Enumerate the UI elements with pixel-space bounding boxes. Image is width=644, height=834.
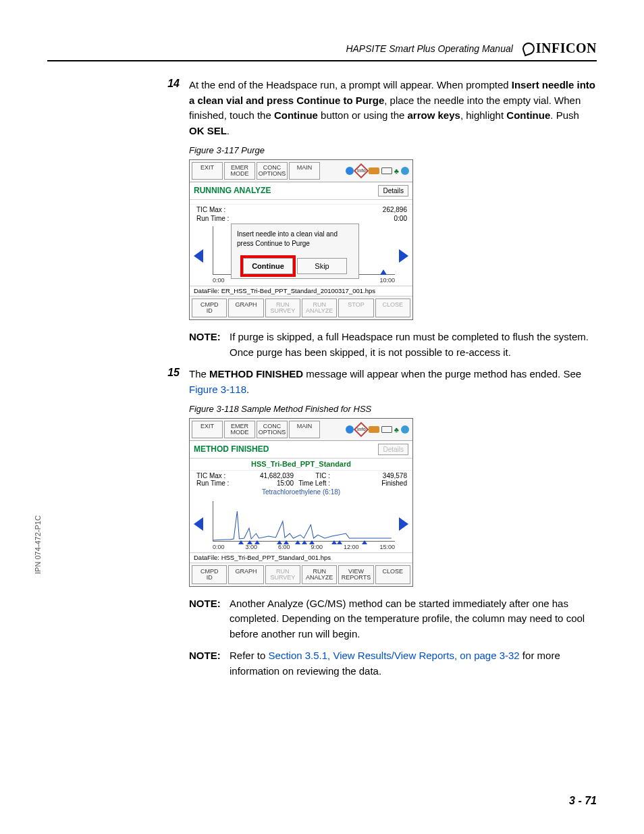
tic-max-value: 262,896 bbox=[383, 206, 407, 213]
note-label: NOTE: bbox=[189, 596, 224, 642]
tic-max-label: TIC Max : bbox=[196, 206, 225, 213]
figure-link[interactable]: Figure 3-118 bbox=[189, 384, 246, 395]
prev-arrow-icon[interactable] bbox=[194, 249, 203, 263]
tic-label: TIC : bbox=[296, 472, 330, 479]
mail-icon[interactable] bbox=[369, 426, 379, 433]
logo-swirl-icon bbox=[520, 41, 536, 56]
header-title: HAPSITE Smart Plus Operating Manual bbox=[346, 43, 512, 54]
fig117-screenshot: EXIT EMER MODE CONC OPTIONS MAIN info ♣ … bbox=[189, 159, 413, 320]
status-text: RUNNING ANALYZE bbox=[194, 186, 271, 195]
marker-row bbox=[213, 539, 395, 544]
text-bold: METHOD FINISHED bbox=[209, 368, 303, 380]
battery-icon bbox=[381, 167, 392, 174]
stop-button: STOP bbox=[338, 298, 373, 317]
info-diamond-icon[interactable]: info bbox=[353, 163, 369, 179]
chart-area: 0:00 10:00 Insert needle into a clean vi… bbox=[194, 224, 408, 286]
tree-icon: ♣ bbox=[394, 167, 399, 175]
note-purge-skip: NOTE: If purge is skipped, a full Headsp… bbox=[189, 330, 597, 360]
step-14: 14 At the end of the Headspace run, a pr… bbox=[163, 78, 597, 138]
text-bold: Continue bbox=[506, 109, 550, 121]
help-icon[interactable] bbox=[346, 425, 354, 434]
conc-options-button[interactable]: CONC OPTIONS bbox=[257, 421, 288, 438]
fig117-caption: Figure 3-117 Purge bbox=[189, 145, 597, 155]
details-button: Details bbox=[378, 444, 408, 455]
run-analyze-button[interactable]: RUN ANALYZE bbox=[302, 565, 337, 584]
run-analyze-button: RUN ANALYZE bbox=[302, 298, 337, 317]
tic-row: TIC Max : 262,896 bbox=[190, 205, 412, 213]
status-text: METHOD FINISHED bbox=[194, 445, 269, 454]
step-number: 14 bbox=[163, 78, 180, 138]
x-tick: 0:00 bbox=[213, 278, 225, 284]
tic-max-value: 41,682,039 bbox=[240, 472, 294, 479]
runtime-row: Run Time : 15:00 Time Left : Finished bbox=[190, 479, 412, 487]
note-analyze-restart: NOTE: Another Analyze (GC/MS) method can… bbox=[189, 596, 597, 642]
fig118-topbar: EXIT EMER MODE CONC OPTIONS MAIN info ♣ bbox=[190, 419, 412, 441]
info-diamond-icon[interactable]: info bbox=[353, 422, 369, 438]
runtime-label: Run Time : bbox=[196, 479, 237, 487]
method-name: HSS_Tri-Bed_PPT_Standard bbox=[190, 459, 412, 470]
close-button[interactable]: CLOSE bbox=[375, 565, 410, 584]
globe-icon[interactable] bbox=[401, 425, 409, 434]
timeleft-label: Time Left : bbox=[296, 479, 330, 487]
emer-mode-button[interactable]: EMER MODE bbox=[224, 421, 255, 438]
continue-button[interactable]: Continue bbox=[243, 258, 293, 274]
tic-row: TIC Max : 41,682,039 TIC : 349,578 bbox=[190, 471, 412, 479]
fig118-screenshot: EXIT EMER MODE CONC OPTIONS MAIN info ♣ … bbox=[189, 418, 413, 587]
x-tick: 6:00 bbox=[278, 544, 290, 551]
brand-logo: INFICON bbox=[522, 41, 597, 56]
fig118-bottom-bar: CMPD ID GRAPH RUN SURVEY RUN ANALYZE VIE… bbox=[190, 563, 412, 586]
step-15: 15 The METHOD FINISHED message will appe… bbox=[163, 367, 597, 397]
step-body: At the end of the Headspace run, a promp… bbox=[189, 78, 597, 138]
text: . bbox=[246, 384, 249, 395]
cmpd-id-button[interactable]: CMPD ID bbox=[192, 298, 227, 317]
view-reports-button[interactable]: VIEW REPORTS bbox=[338, 565, 373, 584]
compound-label: Tetrachloroethylene (6:18) bbox=[190, 487, 412, 497]
section-link[interactable]: Section 3.5.1, View Results/View Reports… bbox=[269, 650, 520, 661]
status-row: METHOD FINISHED Details bbox=[190, 441, 412, 459]
graph-button[interactable]: GRAPH bbox=[228, 298, 263, 317]
mail-icon[interactable] bbox=[369, 167, 379, 174]
x-tick: 0:00 bbox=[213, 544, 225, 551]
x-tick: 3:00 bbox=[245, 544, 257, 551]
note-view-reports-ref: NOTE: Refer to Section 3.5.1, View Resul… bbox=[189, 648, 597, 679]
step-number: 15 bbox=[163, 367, 180, 397]
x-ticks: 0:00 3:00 6:00 9:00 12:00 15:00 bbox=[213, 544, 395, 551]
status-row: RUNNING ANALYZE Details bbox=[190, 182, 412, 200]
chromatogram bbox=[213, 501, 395, 542]
note-text: Refer to Section 3.5.1, View Results/Vie… bbox=[230, 648, 597, 679]
datafile-row: DataFile: HSS_Tri-Bed_PPT_Standard_001.h… bbox=[190, 552, 412, 563]
step-body: The METHOD FINISHED message will appear … bbox=[189, 367, 597, 397]
emer-mode-button[interactable]: EMER MODE bbox=[224, 162, 255, 180]
text-bold: arrow keys bbox=[408, 109, 460, 121]
prev-arrow-icon[interactable] bbox=[194, 517, 203, 531]
skip-button[interactable]: Skip bbox=[297, 258, 347, 274]
text: Refer to bbox=[230, 650, 269, 661]
text: message will appear when the purge metho… bbox=[303, 368, 581, 380]
runtime-row: Run Time : 0:00 bbox=[190, 213, 412, 222]
close-button: CLOSE bbox=[375, 298, 410, 317]
x-tick: 12:00 bbox=[344, 544, 359, 551]
help-icon[interactable] bbox=[346, 167, 354, 175]
fig117-bottom-bar: CMPD ID GRAPH RUN SURVEY RUN ANALYZE STO… bbox=[190, 296, 412, 319]
fig118-caption: Figure 3-118 Sample Method Finished for … bbox=[189, 404, 597, 414]
text: The bbox=[189, 368, 209, 380]
cmpd-id-button[interactable]: CMPD ID bbox=[192, 565, 227, 584]
main-button[interactable]: MAIN bbox=[289, 162, 320, 180]
text: At the end of the Headspace run, a promp… bbox=[189, 79, 512, 90]
page-number: 3 - 71 bbox=[569, 795, 597, 807]
x-tick: 10:00 bbox=[379, 278, 395, 284]
text: button or using the bbox=[318, 109, 408, 121]
globe-icon[interactable] bbox=[401, 167, 409, 175]
exit-button[interactable]: EXIT bbox=[192, 421, 223, 438]
main-button[interactable]: MAIN bbox=[289, 421, 320, 438]
next-arrow-icon[interactable] bbox=[399, 517, 408, 531]
next-arrow-icon[interactable] bbox=[399, 249, 408, 263]
note-text: If purge is skipped, a full Headspace ru… bbox=[230, 330, 597, 360]
details-button[interactable]: Details bbox=[378, 185, 408, 197]
exit-button[interactable]: EXIT bbox=[192, 162, 223, 180]
graph-button[interactable]: GRAPH bbox=[228, 565, 263, 584]
text: , highlight bbox=[460, 109, 506, 121]
tic-value: 349,578 bbox=[333, 472, 407, 479]
conc-options-button[interactable]: CONC OPTIONS bbox=[257, 162, 288, 180]
side-ipn: IPN 074-472-P1C bbox=[34, 515, 42, 574]
